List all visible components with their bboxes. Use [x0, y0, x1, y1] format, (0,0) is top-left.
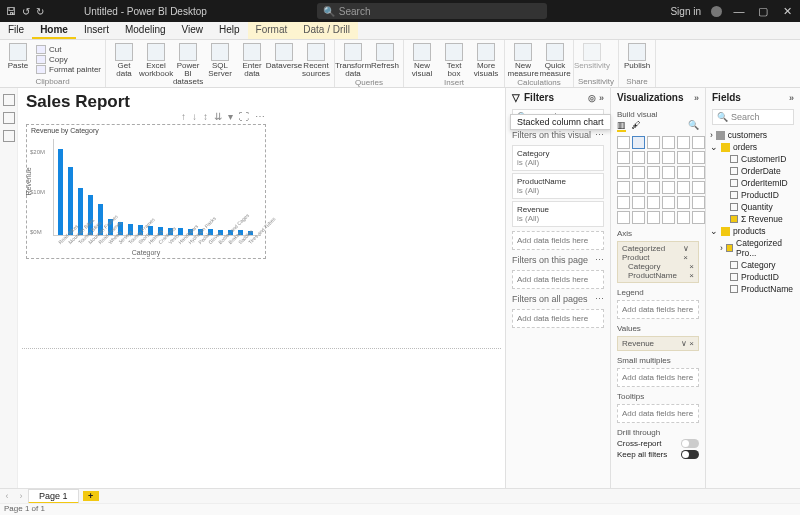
visual-type-icon[interactable]	[617, 181, 630, 194]
dataverse-button[interactable]: Dataverse	[270, 41, 298, 86]
filter-icon[interactable]: ▾	[228, 111, 233, 122]
visual-type-icon[interactable]	[662, 181, 675, 194]
field-node[interactable]: Category	[710, 259, 796, 271]
field-node[interactable]: ProductID	[710, 271, 796, 283]
more-visuals-button[interactable]: More visuals	[472, 41, 500, 78]
tab-datadrill[interactable]: Data / Drill	[295, 22, 358, 39]
tab-help[interactable]: Help	[211, 22, 248, 39]
field-node[interactable]: ⌄ products	[710, 225, 796, 237]
visual-type-icon[interactable]	[692, 166, 705, 179]
tab-insert[interactable]: Insert	[76, 22, 117, 39]
next-level-icon[interactable]: ⇊	[214, 111, 222, 122]
field-node[interactable]: › customers	[710, 129, 796, 141]
drill-up-icon[interactable]: ↑	[181, 111, 186, 122]
field-node[interactable]: ⌄ orders	[710, 141, 796, 153]
values-well[interactable]: Revenue∨ ×	[617, 336, 699, 351]
add-report-filter[interactable]: Add data fields here	[512, 309, 604, 328]
visual-type-icon[interactable]	[662, 136, 675, 149]
format-tab-icon[interactable]: 🖋	[632, 120, 641, 132]
visual-type-icon[interactable]	[647, 151, 660, 164]
visual-type-icon[interactable]	[617, 211, 630, 224]
visual-type-icon[interactable]	[617, 136, 630, 149]
refresh-button[interactable]: Refresh	[371, 41, 399, 78]
sensitivity-button[interactable]: Sensitivity	[578, 41, 606, 77]
tab-view[interactable]: View	[174, 22, 212, 39]
recent-sources-button[interactable]: Recent sources	[302, 41, 330, 86]
visual-type-icon[interactable]	[632, 181, 645, 194]
save-icon[interactable]: 🖫	[6, 6, 16, 17]
page-tab[interactable]: Page 1	[28, 489, 79, 504]
avatar[interactable]	[711, 6, 722, 17]
expand-icon[interactable]: ↕	[203, 111, 208, 122]
visual-type-icon[interactable]	[617, 166, 630, 179]
visual-type-icon[interactable]	[662, 211, 675, 224]
visual-type-icon[interactable]	[647, 166, 660, 179]
paste-button[interactable]: Paste	[4, 41, 32, 77]
keep-filters-toggle[interactable]	[681, 450, 699, 459]
visual-type-icon[interactable]	[647, 136, 660, 149]
add-visual-filter[interactable]: Add data fields here	[512, 231, 604, 250]
signin-link[interactable]: Sign in	[670, 6, 701, 17]
focus-icon[interactable]: ⛶	[239, 111, 249, 122]
build-tab-icon[interactable]: ▥	[617, 120, 626, 132]
field-node[interactable]: OrderItemID	[710, 177, 796, 189]
legend-well[interactable]: Add data fields here	[617, 300, 699, 319]
visual-type-icon[interactable]	[632, 166, 645, 179]
model-view-icon[interactable]	[3, 130, 15, 142]
more-icon[interactable]: ⋯	[255, 111, 265, 122]
visual-type-icon[interactable]	[632, 211, 645, 224]
visual-type-icon[interactable]	[632, 136, 645, 149]
undo-icon[interactable]: ↺	[22, 6, 30, 17]
add-page-filter[interactable]: Add data fields here	[512, 270, 604, 289]
analytics-tab-icon[interactable]: 🔍	[688, 120, 699, 132]
more-icon[interactable]: ⋯	[595, 255, 604, 265]
cross-report-toggle[interactable]	[681, 439, 699, 448]
visual-type-icon[interactable]	[692, 181, 705, 194]
report-canvas[interactable]: Sales Report ↑ ↓ ↕ ⇊ ▾ ⛶ ⋯ Revenue by Ca…	[18, 88, 505, 498]
more-icon[interactable]: ⋯	[595, 130, 604, 140]
quick-measure-button[interactable]: Quick measure	[541, 41, 569, 78]
visual-type-icon[interactable]	[662, 166, 675, 179]
visual-type-icon[interactable]	[677, 181, 690, 194]
collapse-icon[interactable]: »	[694, 93, 699, 103]
field-node[interactable]: Σ Revenue	[710, 213, 796, 225]
tab-home[interactable]: Home	[32, 22, 76, 39]
add-page-button[interactable]: +	[83, 491, 99, 501]
tab-modeling[interactable]: Modeling	[117, 22, 174, 39]
new-measure-button[interactable]: New measure	[509, 41, 537, 78]
filter-card[interactable]: Categoryis (All)	[512, 145, 604, 171]
visual-type-icon[interactable]	[677, 196, 690, 209]
drill-down-icon[interactable]: ↓	[192, 111, 197, 122]
redo-icon[interactable]: ↻	[36, 6, 44, 17]
column-chart-visual[interactable]: ↑ ↓ ↕ ⇊ ▾ ⛶ ⋯ Revenue by Category Revenu…	[26, 124, 266, 259]
field-node[interactable]: › Categorized Pro...	[710, 237, 796, 259]
pbi-datasets-button[interactable]: Power BI datasets	[174, 41, 202, 86]
visual-type-icon[interactable]	[662, 196, 675, 209]
filter-card[interactable]: ProductNameis (All)	[512, 173, 604, 199]
visual-type-icon[interactable]	[692, 196, 705, 209]
collapse-icon[interactable]: »	[789, 93, 794, 103]
tab-file[interactable]: File	[0, 22, 32, 39]
field-node[interactable]: ProductName	[710, 283, 796, 295]
get-data-button[interactable]: Get data	[110, 41, 138, 86]
fields-search[interactable]: 🔍Search	[712, 109, 794, 125]
visual-type-icon[interactable]	[617, 196, 630, 209]
visual-type-icon[interactable]	[692, 211, 705, 224]
minimize-button[interactable]: —	[732, 5, 746, 17]
cut-button[interactable]: Cut	[36, 45, 101, 54]
filters-eye-icon[interactable]: ◎ »	[588, 93, 604, 103]
axis-well[interactable]: Categorized Product∨ × Category× Product…	[617, 241, 699, 283]
enter-data-button[interactable]: Enter data	[238, 41, 266, 86]
copy-button[interactable]: Copy	[36, 55, 101, 64]
field-node[interactable]: Quantity	[710, 201, 796, 213]
visual-type-icon[interactable]	[662, 151, 675, 164]
new-visual-button[interactable]: New visual	[408, 41, 436, 78]
field-node[interactable]: OrderDate	[710, 165, 796, 177]
tooltips-well[interactable]: Add data fields here	[617, 404, 699, 423]
next-page-button[interactable]: ›	[14, 491, 28, 501]
visual-type-icon[interactable]	[677, 136, 690, 149]
visual-type-icon[interactable]	[647, 181, 660, 194]
visual-type-icon[interactable]	[632, 196, 645, 209]
visual-type-icon[interactable]	[677, 151, 690, 164]
filter-card[interactable]: Revenueis (All)	[512, 201, 604, 227]
